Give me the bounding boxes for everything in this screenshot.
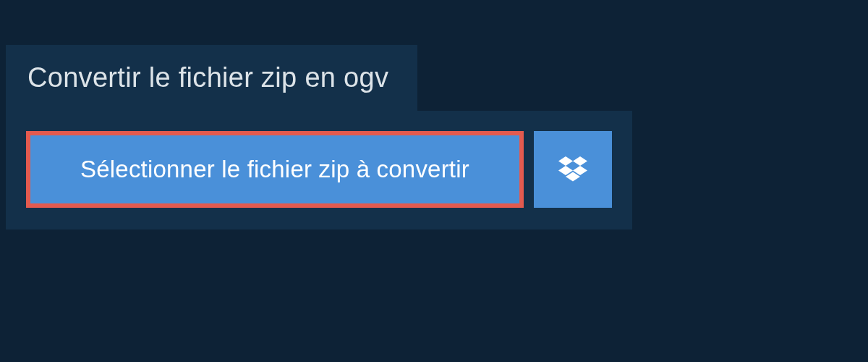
content-panel: Sélectionner le fichier zip à convertir [6, 111, 632, 230]
dropbox-icon [558, 156, 587, 182]
svg-marker-1 [573, 156, 587, 166]
button-row: Sélectionner le fichier zip à convertir [26, 131, 612, 208]
dropbox-button[interactable] [534, 131, 612, 208]
select-file-button[interactable]: Sélectionner le fichier zip à convertir [26, 131, 524, 208]
svg-marker-0 [558, 156, 573, 166]
tab-header: Convertir le fichier zip en ogv [6, 45, 417, 111]
tab-title: Convertir le fichier zip en ogv [27, 62, 388, 93]
select-file-label: Sélectionner le fichier zip à convertir [80, 156, 469, 182]
